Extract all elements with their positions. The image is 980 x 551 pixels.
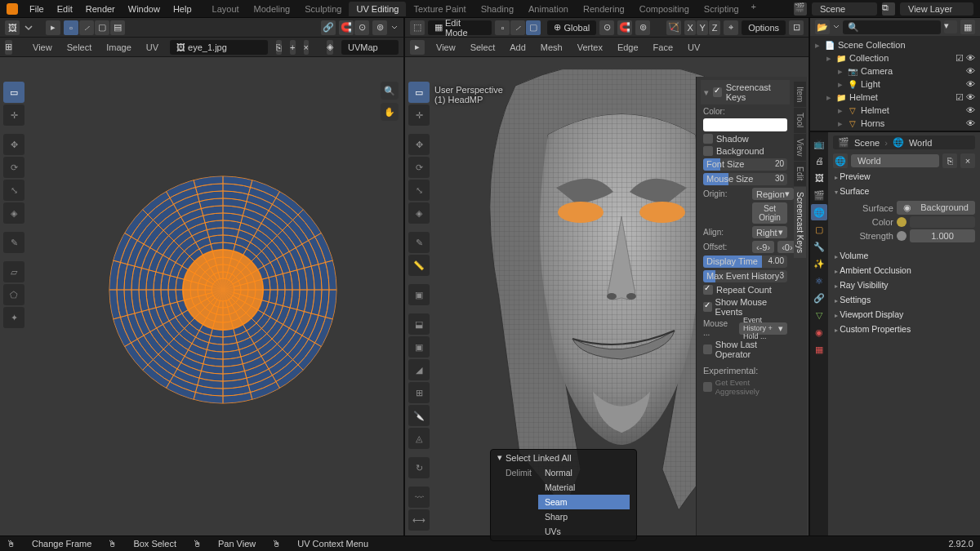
uv-sync-icon[interactable]: 🔗 [321, 20, 336, 35]
select-island-icon[interactable]: ▤ [110, 20, 125, 35]
n-panel-header[interactable]: ▾ Screencast Keys [701, 80, 790, 104]
tool-cursor-icon[interactable]: ✛ [3, 104, 24, 126]
display-time-slider[interactable]: Display Time4.00 [703, 256, 787, 268]
chevron-down-icon[interactable] [20, 42, 21, 53]
proptab-world-icon[interactable]: 🌐 [811, 204, 827, 220]
select-edge-icon[interactable]: ⟋ [79, 20, 94, 35]
outliner-row[interactable]: ▸📁Collection☑👁 [813, 51, 977, 64]
snap-target-icon[interactable]: ⊙ [354, 20, 369, 35]
section-ao[interactable]: Ambient Occlusion [833, 263, 975, 278]
image-selector[interactable]: 🖼 eye_1.jpg [170, 40, 268, 55]
workspace-tab-animation[interactable]: Animation [521, 2, 576, 16]
proptab-modifier-icon[interactable]: 🔧 [811, 238, 827, 255]
world-name-field[interactable]: World [851, 154, 939, 167]
mode-selector[interactable]: ▦ Edit Mode [428, 20, 492, 35]
section-viewport[interactable]: Viewport Display [833, 307, 975, 322]
workspace-tab-uvediting[interactable]: UV Editing [349, 2, 406, 16]
add-workspace-button[interactable]: + [746, 2, 761, 16]
proptab-scene-icon[interactable]: 🎬 [811, 187, 827, 203]
workspace-tab-scripting[interactable]: Scripting [697, 2, 746, 16]
vert-select-icon[interactable]: ▫ [495, 20, 510, 35]
orientation-selector[interactable]: ⊕Global [547, 20, 596, 35]
world-new-icon[interactable]: ⎘ [942, 153, 957, 168]
section-surface[interactable]: Surface [833, 184, 975, 198]
show-last-op-checkbox[interactable] [703, 344, 712, 354]
delimit-opt-seam[interactable]: Seam [538, 495, 630, 509]
proptab-viewlayer-icon[interactable]: 🖼 [811, 170, 827, 186]
tool-knife-icon[interactable]: 🔪 [408, 405, 430, 426]
color-picker[interactable] [703, 118, 787, 131]
gizmo-toggle-icon[interactable]: 🏹 [666, 20, 681, 35]
scene-browse-icon[interactable]: 🎬 [794, 2, 807, 16]
exp-aggressive-checkbox[interactable] [703, 382, 712, 392]
image-new-icon[interactable]: + [290, 40, 295, 55]
vp-menu-edge[interactable]: Edge [614, 42, 642, 52]
section-custom[interactable]: Custom Properties [833, 322, 975, 336]
section-volume[interactable]: Volume [833, 248, 975, 263]
tool-scale-icon[interactable]: ⤡ [3, 180, 24, 201]
tool-cursor-icon[interactable]: ✛ [408, 104, 430, 126]
new-collection-icon[interactable]: ▦ [960, 20, 975, 34]
color-node-dot[interactable] [897, 217, 906, 227]
tool-annotate-icon[interactable]: ✎ [3, 232, 24, 253]
outliner-row[interactable]: ▸📷Camera👁 [813, 64, 977, 78]
tool-transform-icon[interactable]: ◈ [3, 202, 24, 224]
strength-field[interactable]: 1.000 [910, 229, 975, 242]
options-dropdown[interactable]: Options [742, 20, 786, 35]
uv-canvas[interactable]: ▭ ✛ ✥ ⟳ ⤡ ◈ ✎ ▱ ⬠ ✦ 🔍 ✋ [0, 57, 403, 535]
outliner-display-icon[interactable]: 📂 [815, 20, 830, 34]
pivot-icon[interactable]: ⊙ [599, 20, 614, 35]
shadow-checkbox[interactable] [703, 134, 713, 144]
uvmap-selector[interactable]: UVMap [341, 40, 399, 55]
proptab-particles-icon[interactable]: ✨ [811, 256, 827, 272]
proptab-data-icon[interactable]: ▽ [811, 307, 827, 323]
strength-node-dot[interactable] [897, 231, 906, 241]
tool-measure-icon[interactable]: 📏 [408, 255, 430, 276]
tool-polybuild-icon[interactable]: ◬ [408, 428, 430, 449]
popup-title[interactable]: ▾Select Linked All [491, 450, 636, 465]
filter-icon[interactable]: ▾ [944, 20, 957, 33]
show-mouse-checkbox[interactable] [703, 302, 712, 312]
tool-rotate-icon[interactable]: ⟳ [3, 157, 24, 178]
world-unlink-icon[interactable]: × [960, 153, 975, 168]
viewlayer-icon[interactable]: ⧉ [882, 2, 895, 16]
uvmap-icon[interactable]: ◈ [327, 40, 333, 55]
npanel-tab-item[interactable]: Item [794, 82, 806, 107]
tool-select-box-icon[interactable]: ▭ [3, 82, 24, 103]
section-settings[interactable]: Settings [833, 292, 975, 307]
chevron-down-icon[interactable] [833, 21, 840, 33]
automerge-icon[interactable]: ⌖ [724, 20, 738, 35]
image-link-icon[interactable]: ⎘ [276, 40, 282, 55]
mouse-loc-select[interactable]: Event History + Hold ...▾ [739, 322, 787, 335]
origin-select[interactable]: Region▾ [752, 188, 794, 200]
image-unlink-icon[interactable]: × [304, 40, 309, 55]
vp-menu-uv[interactable]: UV [684, 42, 703, 52]
tool-addcube-icon[interactable]: ▣ [408, 284, 430, 305]
workspace-tab-sculpting[interactable]: Sculpting [297, 2, 349, 16]
viewlayer-name-field[interactable]: View Layer [900, 2, 973, 16]
vp-menu-face[interactable]: Face [650, 42, 676, 52]
menu-file[interactable]: File [23, 0, 51, 18]
outliner-row[interactable]: ▸💡Light👁 [813, 78, 977, 91]
vp-menu-view[interactable]: View [433, 42, 459, 52]
snap-icon[interactable]: 🧲 [339, 20, 354, 35]
align-select[interactable]: Right▾ [752, 226, 787, 238]
tool-transform-icon[interactable]: ◈ [408, 202, 430, 224]
menu-edit[interactable]: Edit [51, 0, 79, 18]
outliner-search[interactable]: 🔍 [843, 20, 941, 34]
select-vertex-icon[interactable]: ▫ [64, 20, 78, 35]
proptab-render-icon[interactable]: 📺 [811, 136, 827, 152]
workspace-tab-texturepaint[interactable]: Texture Paint [406, 2, 473, 16]
tool-select-icon[interactable]: ▭ [408, 82, 430, 103]
select-face-icon[interactable]: ▢ [95, 20, 109, 35]
uv-menu-image[interactable]: Image [103, 42, 135, 52]
snap-toggle-icon[interactable]: 🧲 [617, 20, 632, 35]
menu-window[interactable]: Window [122, 0, 167, 18]
tool-loopcut-icon[interactable]: ⊞ [408, 382, 430, 403]
workspace-tab-compositing[interactable]: Compositing [632, 2, 697, 16]
section-ray[interactable]: Ray Visibility [833, 278, 975, 292]
vp-menu-mesh[interactable]: Mesh [537, 42, 566, 52]
x-mirror-icon[interactable]: X [684, 20, 696, 35]
tool-bevel-icon[interactable]: ◢ [408, 359, 430, 380]
world-color-field[interactable] [910, 216, 975, 228]
